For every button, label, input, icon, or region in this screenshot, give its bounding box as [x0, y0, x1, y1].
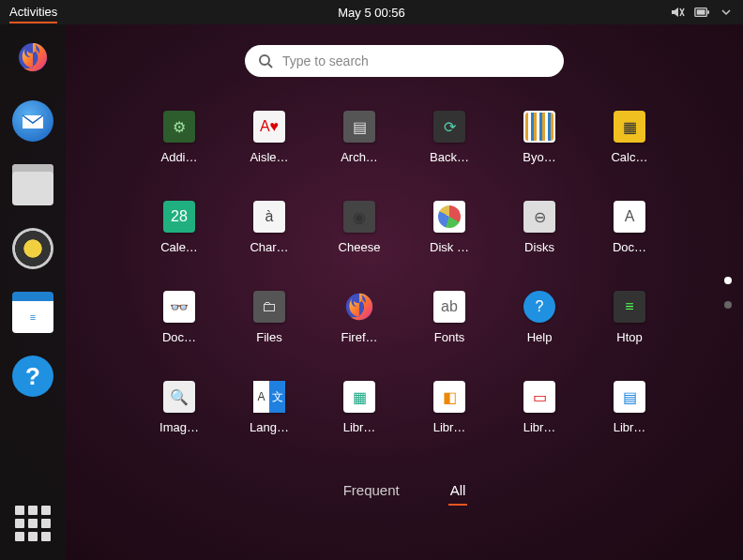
app-additional-drivers[interactable]: ⚙Addi… — [134, 105, 224, 195]
app-calculator[interactable]: ▦Calc… — [584, 105, 675, 195]
battery-icon[interactable] — [694, 5, 709, 20]
libreoffice-calc-icon: ▦ — [343, 381, 375, 413]
app-disks[interactable]: ⊖Disks — [494, 195, 584, 285]
clock[interactable]: May 5 00:56 — [338, 6, 405, 20]
dock-firefox[interactable] — [9, 34, 56, 81]
dock-rhythmbox[interactable] — [9, 225, 56, 272]
app-label: Doc… — [613, 240, 646, 254]
app-label: Char… — [250, 240, 288, 254]
app-cheese[interactable]: ◉Cheese — [314, 195, 404, 285]
app-label: Libr… — [433, 420, 466, 434]
view-tabs: Frequent All — [341, 477, 468, 506]
app-label: Disks — [524, 240, 554, 254]
thunderbird-icon — [12, 100, 53, 142]
dock-files[interactable] — [9, 161, 56, 208]
tab-all[interactable]: All — [448, 477, 468, 506]
app-grid: ⚙Addi…A♥Aisle…▤Arch…⟳Back…Byo…▦Calc…28Ca… — [134, 105, 675, 465]
app-htop[interactable]: ≡Htop — [584, 285, 675, 375]
dock: ≡ ? — [0, 24, 66, 560]
app-label: Cale… — [160, 240, 198, 254]
page-dot-2[interactable] — [724, 301, 732, 309]
dock-writer[interactable]: ≡ — [9, 289, 56, 336]
app-calendar[interactable]: 28Cale… — [134, 195, 224, 285]
app-image-viewer[interactable]: 🔍Imag… — [134, 375, 224, 465]
app-document-scanner[interactable]: ADoc… — [584, 195, 675, 285]
app-label: Lang… — [250, 420, 289, 434]
app-label: Cheese — [339, 240, 381, 254]
htop-icon: ≡ — [614, 291, 645, 323]
character-map-icon: à — [253, 201, 285, 233]
app-libreoffice-calc[interactable]: ▦Libr… — [314, 375, 404, 465]
show-applications-button[interactable] — [10, 501, 55, 546]
app-label: Addi… — [160, 150, 197, 164]
chevron-down-icon[interactable] — [719, 5, 734, 20]
app-firefox[interactable]: Firef… — [314, 285, 404, 375]
fonts-icon: ab — [433, 291, 465, 323]
app-fonts[interactable]: abFonts — [404, 285, 494, 375]
image-viewer-icon: 🔍 — [163, 381, 195, 413]
help-icon: ? — [523, 291, 555, 323]
help-icon: ? — [12, 356, 53, 397]
tab-frequent[interactable]: Frequent — [341, 477, 402, 506]
svg-point-4 — [260, 55, 269, 65]
libreoffice-writer-icon: ▤ — [614, 381, 645, 413]
byobu-icon — [523, 111, 555, 143]
archive-manager-icon: ▤ — [343, 111, 375, 143]
app-libreoffice-draw[interactable]: ◧Libr… — [404, 375, 494, 465]
app-label: Help — [527, 330, 553, 344]
app-byobu[interactable]: Byo… — [494, 105, 584, 195]
app-disk-usage[interactable]: Disk … — [404, 195, 494, 285]
app-label: Calc… — [611, 150, 647, 164]
aisleriot-icon: A♥ — [253, 111, 285, 143]
search-box[interactable] — [245, 45, 564, 77]
files-icon — [12, 164, 53, 205]
dock-thunderbird[interactable] — [9, 98, 56, 144]
app-character-map[interactable]: àChar… — [224, 195, 314, 285]
app-label: Fonts — [434, 330, 465, 344]
disks-icon: ⊖ — [523, 201, 555, 233]
libreoffice-draw-icon: ◧ — [433, 381, 465, 413]
app-label: Libr… — [343, 420, 376, 434]
backups-icon: ⟳ — [433, 111, 465, 143]
app-aisleriot[interactable]: A♥Aisle… — [224, 105, 314, 195]
libreoffice-impress-icon: ▭ — [523, 381, 555, 413]
disk-usage-icon — [433, 201, 465, 233]
app-archive-manager[interactable]: ▤Arch… — [314, 105, 404, 195]
additional-drivers-icon: ⚙ — [163, 111, 195, 143]
app-document-viewer[interactable]: 👓Doc… — [134, 285, 224, 375]
firefox-icon — [16, 40, 50, 74]
dock-help[interactable]: ? — [9, 353, 56, 400]
volume-muted-icon[interactable] — [670, 5, 685, 20]
app-label: Libr… — [614, 420, 646, 434]
app-language-support[interactable]: A文Lang… — [224, 375, 314, 465]
writer-icon: ≡ — [12, 292, 53, 333]
rhythmbox-icon — [12, 228, 53, 269]
app-help[interactable]: ?Help — [494, 285, 584, 375]
app-libreoffice-writer[interactable]: ▤Libr… — [584, 375, 675, 465]
calculator-icon: ▦ — [614, 111, 645, 143]
app-label: Aisle… — [250, 150, 288, 164]
svg-rect-1 — [707, 10, 709, 14]
page-dot-1[interactable] — [724, 277, 732, 284]
app-label: Imag… — [159, 420, 199, 434]
page-indicator — [724, 277, 732, 309]
app-libreoffice-impress[interactable]: ▭Libr… — [494, 375, 584, 465]
activities-button[interactable]: Activities — [9, 2, 57, 23]
svg-rect-2 — [697, 9, 705, 14]
app-label: Back… — [430, 150, 469, 164]
search-input[interactable] — [282, 53, 551, 68]
app-label: Files — [256, 330, 281, 344]
calendar-icon: 28 — [163, 201, 195, 233]
cheese-icon: ◉ — [343, 201, 375, 233]
document-viewer-icon: 👓 — [163, 291, 195, 323]
app-label: Disk … — [430, 240, 469, 254]
app-label: Arch… — [341, 150, 378, 164]
search-icon — [258, 53, 273, 68]
language-support-icon: A文 — [253, 381, 285, 413]
applications-overview: ⚙Addi…A♥Aisle…▤Arch…⟳Back…Byo…▦Calc…28Ca… — [66, 24, 743, 560]
app-backups[interactable]: ⟳Back… — [404, 105, 494, 195]
system-tray[interactable] — [670, 5, 734, 20]
app-files[interactable]: 🗀Files — [224, 285, 314, 375]
app-label: Doc… — [162, 330, 196, 344]
app-label: Firef… — [341, 330, 378, 344]
